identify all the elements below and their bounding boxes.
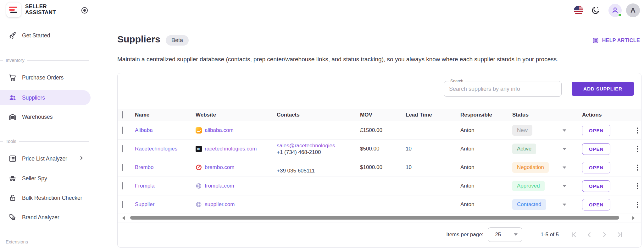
website-link[interactable]: brembo.com xyxy=(205,164,234,171)
website-link[interactable]: alibaba.com xyxy=(205,127,234,134)
column-header-website[interactable]: Website xyxy=(196,112,277,118)
row-menu-icon[interactable] xyxy=(632,146,641,152)
spy-icon xyxy=(8,174,17,183)
website-link[interactable]: racetechnologies.com xyxy=(205,146,257,152)
status-badge: Negotiation xyxy=(512,162,549,173)
supplier-name-link[interactable]: Brembo xyxy=(135,164,196,171)
sidebar-item-label: Purchase Orders xyxy=(22,74,64,81)
column-header-status[interactable]: Status xyxy=(512,112,582,118)
add-supplier-button[interactable]: ADD SUPPLIER xyxy=(572,82,634,96)
sidebar-item-label: Brand Analyzer xyxy=(22,214,59,221)
first-page-icon[interactable] xyxy=(570,231,578,239)
rocket-icon xyxy=(8,31,17,40)
sidebar-item-purchase-orders[interactable]: Purchase Orders xyxy=(0,70,92,85)
open-button[interactable]: OPEN xyxy=(582,143,610,155)
select-all-checkbox[interactable] xyxy=(122,111,123,118)
brand-name: SELLERASSISTANT xyxy=(25,3,56,15)
next-page-icon[interactable] xyxy=(600,231,608,239)
lead-time-value: 10 xyxy=(406,164,460,171)
supplier-name-link[interactable]: Supplier xyxy=(135,201,196,208)
row-menu-icon[interactable] xyxy=(632,202,641,208)
chevron-right-icon[interactable] xyxy=(79,155,84,162)
items-per-page-label: Items per page: xyxy=(446,232,483,238)
status-badge: Approved xyxy=(512,181,545,191)
horizontal-scrollbar-thumb[interactable] xyxy=(130,216,619,220)
cart-icon xyxy=(8,74,17,82)
status-badge: New xyxy=(512,125,532,136)
row-checkbox[interactable] xyxy=(122,182,123,189)
row-checkbox[interactable] xyxy=(122,145,123,152)
search-field-label: Search xyxy=(449,79,465,83)
page-title: Suppliers xyxy=(117,34,160,45)
row-checkbox[interactable] xyxy=(122,127,123,134)
language-flag-icon[interactable] xyxy=(574,6,583,15)
open-button[interactable]: OPEN xyxy=(582,125,610,136)
row-checkbox[interactable] xyxy=(122,201,123,208)
website-link[interactable]: frompla.com xyxy=(205,183,234,189)
email-link[interactable]: sales@racetechnologies... xyxy=(277,142,360,149)
open-button[interactable]: OPEN xyxy=(582,199,610,210)
lock-icon xyxy=(8,194,17,202)
email-link xyxy=(277,161,360,167)
price-list-icon xyxy=(8,155,17,163)
status-dropdown-icon[interactable] xyxy=(563,148,566,150)
sidebar-item-label: Bulk Restriction Checker xyxy=(22,195,82,201)
racetechnologies-favicon-icon: RT xyxy=(196,146,202,152)
scroll-left-icon[interactable] xyxy=(122,216,125,220)
responsible-value: Anton xyxy=(460,127,512,134)
dark-mode-icon[interactable] xyxy=(591,6,600,15)
previous-page-icon[interactable] xyxy=(585,231,593,239)
sidebar-item-price-list-analyzer[interactable]: Price List Analyzer xyxy=(0,151,92,166)
sidebar-item-get-started[interactable]: Get Started xyxy=(0,28,92,43)
status-dropdown-icon[interactable] xyxy=(563,185,566,187)
mov-value: £1500.00 xyxy=(360,127,406,134)
warehouse-icon xyxy=(8,113,17,121)
supplier-name-link[interactable]: Frompla xyxy=(135,183,196,189)
column-header-responsible[interactable]: Responsible xyxy=(460,112,512,118)
column-header-name[interactable]: Name xyxy=(135,112,196,118)
app-logo[interactable] xyxy=(6,3,21,17)
row-menu-icon[interactable] xyxy=(632,128,641,134)
brand-analyzer-icon xyxy=(8,213,17,221)
column-header-contacts[interactable]: Contacts xyxy=(277,112,360,118)
sidebar-item-seller-spy[interactable]: Seller Spy xyxy=(0,171,92,186)
row-menu-icon[interactable] xyxy=(632,183,641,189)
open-button[interactable]: OPEN xyxy=(582,162,610,173)
sidebar-item-brand-analyzer[interactable]: Brand Analyzer xyxy=(0,210,92,225)
supplier-name-link[interactable]: Racetechnologies xyxy=(135,146,196,152)
sidebar-item-bulk-restriction-checker[interactable]: Bulk Restriction Checker xyxy=(0,190,92,205)
account-button[interactable] xyxy=(608,4,622,17)
sidebar-item-label: Price List Analyzer xyxy=(22,156,67,162)
open-button[interactable]: OPEN xyxy=(582,180,610,192)
row-checkbox[interactable] xyxy=(122,164,123,171)
responsible-value: Anton xyxy=(460,183,512,189)
search-input[interactable] xyxy=(444,81,561,96)
responsible-value: Anton xyxy=(460,146,512,152)
row-menu-icon[interactable] xyxy=(632,165,641,171)
supplier-name-link[interactable]: Alibaba xyxy=(135,127,196,134)
scroll-right-icon[interactable] xyxy=(632,216,635,220)
sidebar-item-warehouses[interactable]: Warehouses xyxy=(0,109,92,124)
status-dropdown-icon[interactable] xyxy=(563,166,566,169)
suppliers-card: Search ADD SUPPLIER Name Website Contact… xyxy=(117,73,641,248)
items-per-page-value: 25 xyxy=(495,232,501,238)
online-status-dot xyxy=(618,13,622,17)
help-article-link[interactable]: HELP ARTICLE xyxy=(592,37,640,44)
help-article-label: HELP ARTICLE xyxy=(602,38,640,43)
last-page-icon[interactable] xyxy=(615,231,624,239)
status-dropdown-icon[interactable] xyxy=(563,204,566,206)
chevron-down-icon xyxy=(514,233,518,236)
user-avatar[interactable]: A xyxy=(626,3,640,17)
status-badge: Contacted xyxy=(512,199,546,210)
sidebar-collapse-icon[interactable] xyxy=(80,6,89,14)
website-link[interactable]: supplier.com xyxy=(205,201,235,208)
sidebar-section-inventory: Inventory xyxy=(0,57,89,63)
sidebar-item-suppliers[interactable]: Suppliers xyxy=(0,90,91,105)
items-per-page-select[interactable]: 25 xyxy=(488,227,522,242)
horizontal-scrollbar xyxy=(118,214,641,222)
alibaba-favicon-icon xyxy=(196,127,202,134)
column-header-mov[interactable]: MOV xyxy=(360,112,406,118)
beta-badge: Beta xyxy=(166,35,189,46)
status-dropdown-icon[interactable] xyxy=(563,129,566,132)
column-header-lead-time[interactable]: Lead Time xyxy=(406,112,460,118)
